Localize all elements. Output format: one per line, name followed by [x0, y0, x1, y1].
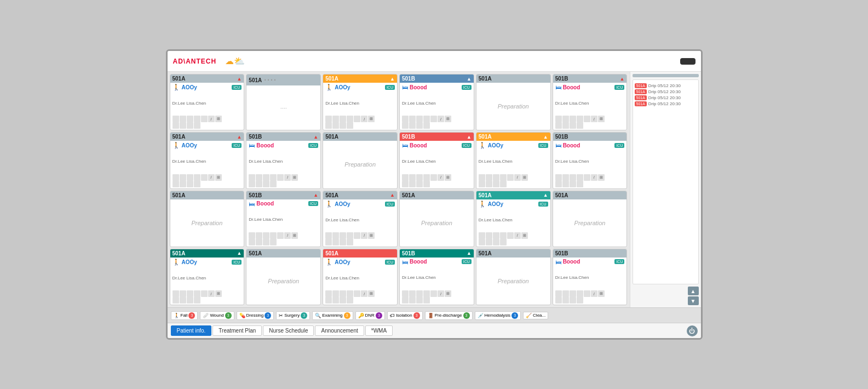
- action-icon[interactable]: ⊞: [215, 116, 222, 122]
- action-icon[interactable]: [340, 232, 346, 239]
- action-icon[interactable]: ⊞: [598, 116, 605, 122]
- action-icon[interactable]: [332, 116, 339, 122]
- action-icon[interactable]: [340, 290, 346, 297]
- action-icon[interactable]: [402, 290, 409, 297]
- action-icon[interactable]: ⊞: [215, 174, 222, 181]
- action-icon[interactable]: [570, 290, 576, 297]
- patient-card[interactable]: 501B▲🛏BooodICUDr.Lee Lisa.Chen/⊞: [399, 74, 474, 130]
- action-icon[interactable]: [409, 116, 416, 122]
- action-icon[interactable]: [479, 181, 485, 187]
- patient-card[interactable]: 501B▲🛏BooodICUDr.Lee Lisa.Chen/⊞: [246, 191, 321, 247]
- action-icon[interactable]: [570, 116, 576, 122]
- action-icon[interactable]: ⊞: [215, 290, 222, 297]
- action-icon[interactable]: [173, 297, 179, 304]
- action-icon[interactable]: [340, 116, 346, 122]
- action-icon[interactable]: [263, 239, 269, 245]
- action-icon[interactable]: [479, 239, 485, 245]
- action-icon[interactable]: [354, 116, 360, 122]
- action-icon[interactable]: [201, 290, 208, 297]
- action-icon[interactable]: ⊞: [521, 232, 528, 239]
- action-icon[interactable]: [416, 122, 423, 129]
- action-icon[interactable]: [347, 232, 353, 239]
- action-icon[interactable]: [402, 122, 409, 129]
- action-icon[interactable]: [194, 122, 200, 129]
- alert-tag[interactable]: 🔍Examining3: [312, 311, 353, 320]
- action-icon[interactable]: /: [514, 232, 521, 239]
- action-icon[interactable]: [270, 239, 277, 245]
- patient-card[interactable]: 501APreparation: [553, 191, 628, 247]
- alert-tag[interactable]: 💉Hemodialysis3: [475, 311, 521, 320]
- patient-card[interactable]: 501A▲🚶AOOyICUDr.Lee Lisa.Chen/⊞: [476, 132, 551, 188]
- action-icon[interactable]: [423, 174, 430, 181]
- action-icon[interactable]: [479, 174, 485, 181]
- action-icon[interactable]: /: [438, 116, 444, 122]
- patient-card[interactable]: 501A▲🚶AOOyICUDr.Lee Lisa.Chen/⊞: [170, 249, 245, 305]
- action-icon[interactable]: [493, 232, 499, 239]
- action-icon[interactable]: [325, 232, 332, 239]
- action-icon[interactable]: [500, 232, 507, 239]
- action-icon[interactable]: [249, 181, 255, 187]
- patient-card[interactable]: 501APreparation: [476, 74, 551, 130]
- patient-card[interactable]: 501A▲🚶AOOyICUDr.Lee Lisa.Chen/⊞: [170, 74, 245, 130]
- action-icon[interactable]: [201, 116, 208, 122]
- action-icon[interactable]: /: [438, 290, 444, 297]
- action-icon[interactable]: [570, 122, 576, 129]
- action-icon[interactable]: [562, 122, 569, 129]
- action-icon[interactable]: /: [514, 174, 521, 181]
- action-icon[interactable]: ⊞: [445, 116, 451, 122]
- action-icon[interactable]: [187, 122, 193, 129]
- patient-card[interactable]: 501APreparation: [476, 249, 551, 305]
- action-icon[interactable]: [180, 122, 186, 129]
- action-icon[interactable]: [277, 174, 284, 181]
- action-icon[interactable]: [409, 181, 416, 187]
- action-icon[interactable]: [416, 290, 423, 297]
- patient-card[interactable]: 501APreparation: [323, 132, 398, 188]
- action-icon[interactable]: [354, 232, 360, 239]
- action-icon[interactable]: [332, 232, 339, 239]
- action-icon[interactable]: [584, 116, 590, 122]
- action-icon[interactable]: [180, 297, 186, 304]
- patient-card[interactable]: 501B▲🛏BooodICUDr.Lee Lisa.Chen/⊞: [246, 132, 321, 188]
- nav-button[interactable]: Patient info.: [171, 325, 212, 336]
- action-icon[interactable]: [187, 181, 193, 187]
- patient-card[interactable]: 501B🛏BooodICUDr.Lee Lisa.Chen/⊞: [553, 132, 628, 188]
- patient-card[interactable]: 501A▲🚶AOOyICUDr.Lee Lisa.Chen/⊞: [323, 74, 398, 130]
- action-icon[interactable]: ⊞: [445, 290, 451, 297]
- patient-card[interactable]: 501B▲🛏BooodICUDr.Lee Lisa.Chen/⊞: [399, 249, 474, 305]
- action-icon[interactable]: [340, 297, 346, 304]
- action-icon[interactable]: [340, 122, 346, 129]
- patient-card[interactable]: 501B▲🛏BooodICUDr.Lee Lisa.Chen/⊞: [553, 74, 628, 130]
- action-icon[interactable]: [577, 116, 583, 122]
- action-icon[interactable]: /: [591, 290, 597, 297]
- action-icon[interactable]: [423, 116, 430, 122]
- action-icon[interactable]: [347, 116, 353, 122]
- action-icon[interactable]: [402, 181, 409, 187]
- action-icon[interactable]: [256, 174, 262, 181]
- action-icon[interactable]: [555, 174, 562, 181]
- action-icon[interactable]: [325, 116, 332, 122]
- alert-tag[interactable]: 🧹Clea...: [523, 312, 548, 319]
- action-icon[interactable]: [402, 116, 409, 122]
- action-icon[interactable]: /: [361, 232, 367, 239]
- scroll-down-button[interactable]: ▼: [688, 296, 699, 305]
- action-icon[interactable]: [423, 290, 430, 297]
- action-icon[interactable]: [194, 290, 200, 297]
- action-icon[interactable]: /: [361, 116, 367, 122]
- action-icon[interactable]: [270, 174, 277, 181]
- action-icon[interactable]: [180, 181, 186, 187]
- action-icon[interactable]: /: [361, 290, 367, 297]
- action-icon[interactable]: [416, 297, 423, 304]
- action-icon[interactable]: [180, 174, 186, 181]
- action-icon[interactable]: [570, 181, 576, 187]
- action-icon[interactable]: [340, 239, 346, 245]
- action-icon[interactable]: [500, 239, 507, 245]
- patient-card[interactable]: 501APreparation: [399, 191, 474, 247]
- patient-card[interactable]: 501B🛏BooodICUDr.Lee Lisa.Chen/⊞: [553, 249, 628, 305]
- action-icon[interactable]: [263, 232, 269, 239]
- action-icon[interactable]: [249, 232, 255, 239]
- action-icon[interactable]: [325, 122, 332, 129]
- action-icon[interactable]: [416, 181, 423, 187]
- action-icon[interactable]: [325, 239, 332, 245]
- action-icon[interactable]: /: [284, 174, 291, 181]
- action-icon[interactable]: /: [208, 290, 215, 297]
